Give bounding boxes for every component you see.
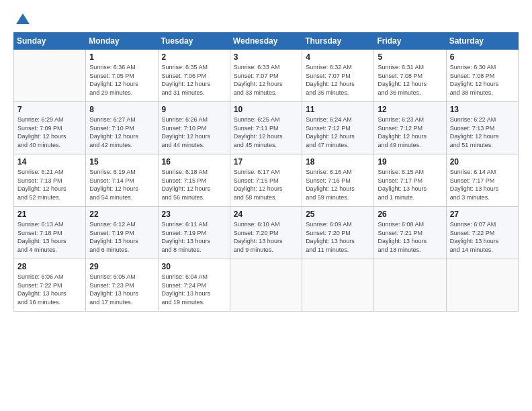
day-info: Sunrise: 6:11 AM Sunset: 7:19 PM Dayligh… xyxy=(162,220,226,254)
day-number: 28 xyxy=(17,262,82,271)
day-number: 8 xyxy=(89,105,154,114)
logo xyxy=(13,12,31,26)
day-info: Sunrise: 6:17 AM Sunset: 7:15 PM Dayligh… xyxy=(234,168,298,201)
day-info: Sunrise: 6:08 AM Sunset: 7:21 PM Dayligh… xyxy=(378,220,442,254)
calendar-cell: 28Sunrise: 6:06 AM Sunset: 7:22 PM Dayli… xyxy=(14,259,86,312)
day-number: 4 xyxy=(306,52,370,62)
calendar-cell: 14Sunrise: 6:21 AM Sunset: 7:13 PM Dayli… xyxy=(14,154,86,207)
day-number: 16 xyxy=(162,157,226,167)
calendar-cell xyxy=(446,259,518,312)
day-number: 2 xyxy=(162,52,226,62)
calendar-cell: 24Sunrise: 6:10 AM Sunset: 7:20 PM Dayli… xyxy=(230,207,302,259)
calendar-cell: 10Sunrise: 6:25 AM Sunset: 7:11 PM Dayli… xyxy=(230,102,302,154)
calendar-page: SundayMondayTuesdayWednesdayThursdayFrid… xyxy=(0,0,532,411)
calendar-cell: 1Sunrise: 6:36 AM Sunset: 7:05 PM Daylig… xyxy=(86,50,158,102)
day-info: Sunrise: 6:36 AM Sunset: 7:05 PM Dayligh… xyxy=(89,63,154,97)
calendar-cell: 26Sunrise: 6:08 AM Sunset: 7:21 PM Dayli… xyxy=(374,207,446,259)
weekday-header-sunday: Sunday xyxy=(14,33,86,50)
calendar-cell: 2Sunrise: 6:35 AM Sunset: 7:06 PM Daylig… xyxy=(158,50,230,102)
day-number: 24 xyxy=(234,210,298,219)
day-number: 13 xyxy=(450,105,515,114)
calendar-cell xyxy=(14,50,86,102)
day-info: Sunrise: 6:05 AM Sunset: 7:23 PM Dayligh… xyxy=(89,273,154,306)
calendar-cell: 18Sunrise: 6:16 AM Sunset: 7:16 PM Dayli… xyxy=(302,154,374,207)
day-info: Sunrise: 6:32 AM Sunset: 7:07 PM Dayligh… xyxy=(306,63,370,97)
day-number: 14 xyxy=(17,157,82,167)
calendar-table: SundayMondayTuesdayWednesdayThursdayFrid… xyxy=(13,32,519,312)
day-number: 18 xyxy=(306,157,370,167)
calendar-cell xyxy=(374,259,446,312)
calendar-week-row: 21Sunrise: 6:13 AM Sunset: 7:18 PM Dayli… xyxy=(14,207,519,259)
calendar-cell: 12Sunrise: 6:23 AM Sunset: 7:12 PM Dayli… xyxy=(374,102,446,154)
day-info: Sunrise: 6:07 AM Sunset: 7:22 PM Dayligh… xyxy=(450,220,515,254)
weekday-header-thursday: Thursday xyxy=(302,33,374,50)
day-number: 27 xyxy=(450,210,515,219)
calendar-cell: 30Sunrise: 6:04 AM Sunset: 7:24 PM Dayli… xyxy=(158,259,230,312)
day-number: 15 xyxy=(89,157,154,167)
day-number: 20 xyxy=(450,157,515,167)
day-info: Sunrise: 6:29 AM Sunset: 7:09 PM Dayligh… xyxy=(17,116,82,149)
day-info: Sunrise: 6:14 AM Sunset: 7:17 PM Dayligh… xyxy=(450,168,515,201)
day-number: 5 xyxy=(378,52,442,62)
day-number: 11 xyxy=(306,105,370,114)
day-number: 9 xyxy=(162,105,226,114)
calendar-cell xyxy=(302,259,374,312)
day-info: Sunrise: 6:12 AM Sunset: 7:19 PM Dayligh… xyxy=(89,220,154,254)
day-info: Sunrise: 6:22 AM Sunset: 7:13 PM Dayligh… xyxy=(450,116,515,149)
calendar-cell: 8Sunrise: 6:27 AM Sunset: 7:10 PM Daylig… xyxy=(86,102,158,154)
weekday-header-tuesday: Tuesday xyxy=(158,33,230,50)
day-info: Sunrise: 6:06 AM Sunset: 7:22 PM Dayligh… xyxy=(17,273,82,306)
calendar-cell: 11Sunrise: 6:24 AM Sunset: 7:12 PM Dayli… xyxy=(302,102,374,154)
weekday-header-wednesday: Wednesday xyxy=(230,33,302,50)
logo-icon xyxy=(15,12,31,26)
day-info: Sunrise: 6:21 AM Sunset: 7:13 PM Dayligh… xyxy=(17,168,82,201)
calendar-cell: 13Sunrise: 6:22 AM Sunset: 7:13 PM Dayli… xyxy=(446,102,518,154)
day-info: Sunrise: 6:15 AM Sunset: 7:17 PM Dayligh… xyxy=(378,168,442,201)
calendar-cell: 15Sunrise: 6:19 AM Sunset: 7:14 PM Dayli… xyxy=(86,154,158,207)
calendar-cell: 23Sunrise: 6:11 AM Sunset: 7:19 PM Dayli… xyxy=(158,207,230,259)
calendar-week-row: 7Sunrise: 6:29 AM Sunset: 7:09 PM Daylig… xyxy=(14,102,519,154)
weekday-header-monday: Monday xyxy=(86,33,158,50)
day-number: 10 xyxy=(234,105,298,114)
day-number: 29 xyxy=(89,262,154,271)
calendar-week-row: 14Sunrise: 6:21 AM Sunset: 7:13 PM Dayli… xyxy=(14,154,519,207)
page-header xyxy=(13,12,519,26)
calendar-cell: 29Sunrise: 6:05 AM Sunset: 7:23 PM Dayli… xyxy=(86,259,158,312)
day-number: 30 xyxy=(162,262,226,271)
calendar-cell: 25Sunrise: 6:09 AM Sunset: 7:20 PM Dayli… xyxy=(302,207,374,259)
weekday-header-row: SundayMondayTuesdayWednesdayThursdayFrid… xyxy=(14,33,519,50)
day-info: Sunrise: 6:24 AM Sunset: 7:12 PM Dayligh… xyxy=(306,116,370,149)
calendar-week-row: 1Sunrise: 6:36 AM Sunset: 7:05 PM Daylig… xyxy=(14,50,519,102)
day-number: 19 xyxy=(378,157,442,167)
day-info: Sunrise: 6:30 AM Sunset: 7:08 PM Dayligh… xyxy=(450,63,515,97)
day-info: Sunrise: 6:33 AM Sunset: 7:07 PM Dayligh… xyxy=(234,63,298,97)
day-number: 25 xyxy=(306,210,370,219)
day-info: Sunrise: 6:13 AM Sunset: 7:18 PM Dayligh… xyxy=(17,220,82,254)
day-number: 12 xyxy=(378,105,442,114)
day-info: Sunrise: 6:16 AM Sunset: 7:16 PM Dayligh… xyxy=(306,168,370,201)
calendar-cell: 9Sunrise: 6:26 AM Sunset: 7:10 PM Daylig… xyxy=(158,102,230,154)
calendar-cell: 27Sunrise: 6:07 AM Sunset: 7:22 PM Dayli… xyxy=(446,207,518,259)
day-number: 23 xyxy=(162,210,226,219)
day-info: Sunrise: 6:26 AM Sunset: 7:10 PM Dayligh… xyxy=(162,116,226,149)
calendar-cell: 7Sunrise: 6:29 AM Sunset: 7:09 PM Daylig… xyxy=(14,102,86,154)
calendar-cell: 22Sunrise: 6:12 AM Sunset: 7:19 PM Dayli… xyxy=(86,207,158,259)
calendar-cell: 19Sunrise: 6:15 AM Sunset: 7:17 PM Dayli… xyxy=(374,154,446,207)
day-info: Sunrise: 6:09 AM Sunset: 7:20 PM Dayligh… xyxy=(306,220,370,254)
calendar-cell: 17Sunrise: 6:17 AM Sunset: 7:15 PM Dayli… xyxy=(230,154,302,207)
day-info: Sunrise: 6:18 AM Sunset: 7:15 PM Dayligh… xyxy=(162,168,226,201)
day-number: 22 xyxy=(89,210,154,219)
calendar-cell: 16Sunrise: 6:18 AM Sunset: 7:15 PM Dayli… xyxy=(158,154,230,207)
calendar-cell: 6Sunrise: 6:30 AM Sunset: 7:08 PM Daylig… xyxy=(446,50,518,102)
calendar-week-row: 28Sunrise: 6:06 AM Sunset: 7:22 PM Dayli… xyxy=(14,259,519,312)
calendar-cell: 21Sunrise: 6:13 AM Sunset: 7:18 PM Dayli… xyxy=(14,207,86,259)
svg-marker-0 xyxy=(16,13,30,24)
calendar-cell: 5Sunrise: 6:31 AM Sunset: 7:08 PM Daylig… xyxy=(374,50,446,102)
day-number: 6 xyxy=(450,52,515,62)
day-number: 17 xyxy=(234,157,298,167)
calendar-cell: 4Sunrise: 6:32 AM Sunset: 7:07 PM Daylig… xyxy=(302,50,374,102)
day-number: 1 xyxy=(89,52,154,62)
day-number: 21 xyxy=(17,210,82,219)
day-info: Sunrise: 6:04 AM Sunset: 7:24 PM Dayligh… xyxy=(162,273,226,306)
day-info: Sunrise: 6:25 AM Sunset: 7:11 PM Dayligh… xyxy=(234,116,298,149)
